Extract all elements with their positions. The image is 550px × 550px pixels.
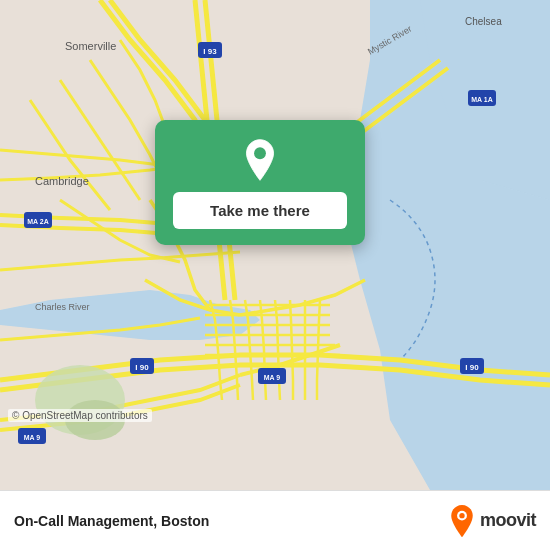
svg-text:MA 2A: MA 2A (27, 218, 49, 225)
svg-text:Cambridge: Cambridge (35, 175, 89, 187)
svg-text:Charles River: Charles River (35, 302, 90, 312)
copyright-label: © OpenStreetMap contributors (12, 410, 148, 421)
moovit-pin-icon (448, 504, 476, 538)
svg-point-22 (254, 147, 266, 159)
svg-point-24 (459, 512, 464, 517)
bottom-bar: On-Call Management, Boston moovit (0, 490, 550, 550)
moovit-wordmark: moovit (480, 510, 536, 531)
svg-text:MA 1A: MA 1A (471, 96, 493, 103)
map-container: I 93 MA 2A MA 1A I 90 I 90 MA 9 MA 9 Som… (0, 0, 550, 490)
osm-attribution: © OpenStreetMap contributors (8, 409, 152, 422)
svg-text:Chelsea: Chelsea (465, 16, 502, 27)
location-label: On-Call Management, Boston (14, 513, 209, 529)
location-pin-icon (238, 138, 282, 182)
svg-text:MA 9: MA 9 (24, 434, 41, 441)
take-me-there-button[interactable]: Take me there (173, 192, 347, 229)
svg-text:MA 9: MA 9 (264, 374, 281, 381)
location-popup: Take me there (155, 120, 365, 245)
svg-text:I 93: I 93 (203, 47, 217, 56)
bottom-left-info: On-Call Management, Boston (14, 513, 209, 529)
svg-text:Somerville: Somerville (65, 40, 116, 52)
svg-text:I 90: I 90 (465, 363, 479, 372)
svg-text:I 90: I 90 (135, 363, 149, 372)
moovit-logo: moovit (448, 504, 536, 538)
